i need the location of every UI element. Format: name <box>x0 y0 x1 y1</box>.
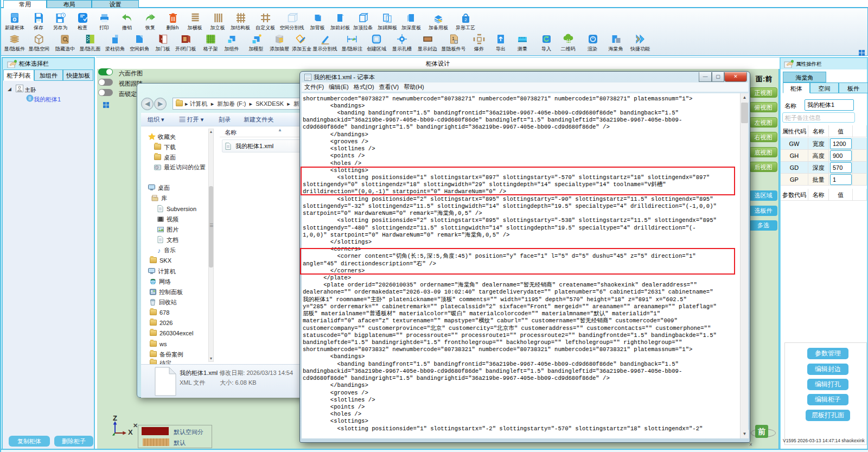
svg-text:1: 1 <box>451 36 454 41</box>
svg-text:2: 2 <box>464 17 467 22</box>
